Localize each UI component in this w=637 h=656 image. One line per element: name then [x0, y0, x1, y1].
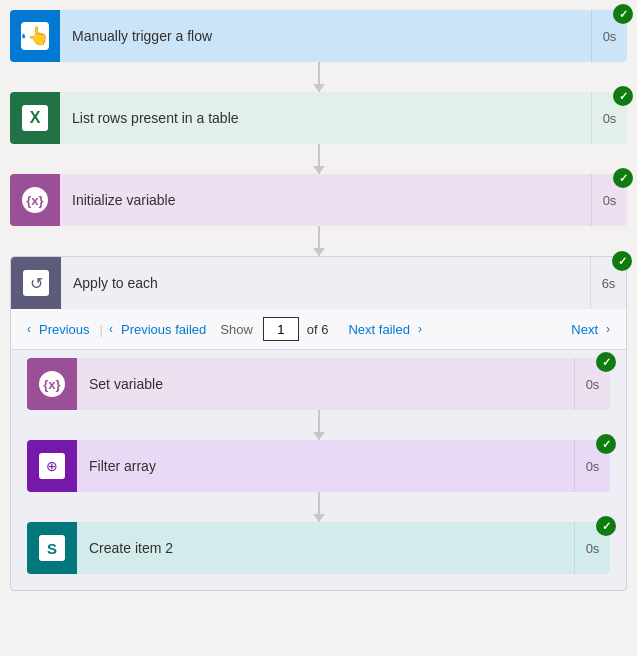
previous-failed-button[interactable]: Previous failed [117, 320, 210, 339]
pagination-bar: ‹ Previous | ‹ Previous failed Show of 6… [11, 309, 626, 350]
set-variable-check [596, 352, 616, 372]
step-block-init-variable[interactable]: {x} Initialize variable 0s [10, 174, 627, 226]
step-row-create-item: S Create item 2 0s [27, 522, 610, 574]
init-variable-check [613, 168, 633, 188]
connector-3 [318, 226, 320, 256]
step-row-list-rows: X List rows present in a table 0s [10, 92, 627, 144]
apply-each-icon-bg: ↺ [11, 257, 61, 309]
apply-each-icon: ↺ [23, 270, 49, 296]
apply-each-check [612, 251, 632, 271]
set-variable-icon-bg: {x} [27, 358, 77, 410]
step-row-set-variable: {x} Set variable 0s [27, 358, 610, 410]
next-button[interactable]: Next [567, 320, 602, 339]
filter-array-label: Filter array [77, 458, 574, 474]
create-item-label: Create item 2 [77, 540, 574, 556]
step-block-filter-array[interactable]: ⊕ Filter array 0s [27, 440, 610, 492]
step-block-create-item[interactable]: S Create item 2 0s [27, 522, 610, 574]
create-item-check [596, 516, 616, 536]
filter-icon-bg: ⊕ [27, 440, 77, 492]
excel-icon: X [22, 105, 48, 131]
step-row-trigger: 👆 Manually trigger a flow 0s [10, 10, 627, 62]
list-rows-check [613, 86, 633, 106]
trigger-icon-bg: 👆 [10, 10, 60, 62]
step-block-set-variable[interactable]: {x} Set variable 0s [27, 358, 610, 410]
hand-icon: 👆 [21, 22, 49, 50]
filter-icon: ⊕ [39, 453, 65, 479]
sharepoint-icon: S [39, 535, 65, 561]
trigger-check [613, 4, 633, 24]
init-variable-label: Initialize variable [60, 192, 591, 208]
chevron-right-nextfailed-icon: › [418, 322, 422, 336]
set-variable-icon: {x} [39, 371, 65, 397]
step-row-init-variable: {x} Initialize variable 0s [10, 174, 627, 226]
variable-icon: {x} [22, 187, 48, 213]
chevron-left-prev-icon: ‹ [27, 322, 31, 336]
inner-connector-1 [318, 410, 320, 440]
previous-button[interactable]: Previous [35, 320, 94, 339]
inner-connector-2 [318, 492, 320, 522]
trigger-label: Manually trigger a flow [60, 28, 591, 44]
divider-1: | [100, 322, 103, 337]
apply-each-container: ↺ Apply to each 6s ‹ Previous | ‹ Previo… [10, 256, 627, 591]
inner-steps: {x} Set variable 0s ⊕ Filter array 0s [11, 350, 626, 574]
list-rows-label: List rows present in a table [60, 110, 591, 126]
filter-array-check [596, 434, 616, 454]
chevron-right-next-icon: › [606, 322, 610, 336]
create-item-icon-bg: S [27, 522, 77, 574]
step-row-filter-array: ⊕ Filter array 0s [27, 440, 610, 492]
step-block-list-rows[interactable]: X List rows present in a table 0s [10, 92, 627, 144]
of-label: of 6 [307, 322, 329, 337]
excel-icon-bg: X [10, 92, 60, 144]
connector-2 [318, 144, 320, 174]
apply-each-header[interactable]: ↺ Apply to each 6s [11, 257, 626, 309]
set-variable-label: Set variable [77, 376, 574, 392]
show-label: Show [220, 322, 253, 337]
flow-container: 👆 Manually trigger a flow 0s X List rows… [10, 10, 627, 591]
connector-1 [318, 62, 320, 92]
page-input[interactable] [263, 317, 299, 341]
apply-each-label: Apply to each [61, 275, 590, 291]
variable-icon-bg: {x} [10, 174, 60, 226]
next-failed-button[interactable]: Next failed [344, 320, 413, 339]
step-block-trigger[interactable]: 👆 Manually trigger a flow 0s [10, 10, 627, 62]
chevron-left-prevfailed-icon: ‹ [109, 322, 113, 336]
